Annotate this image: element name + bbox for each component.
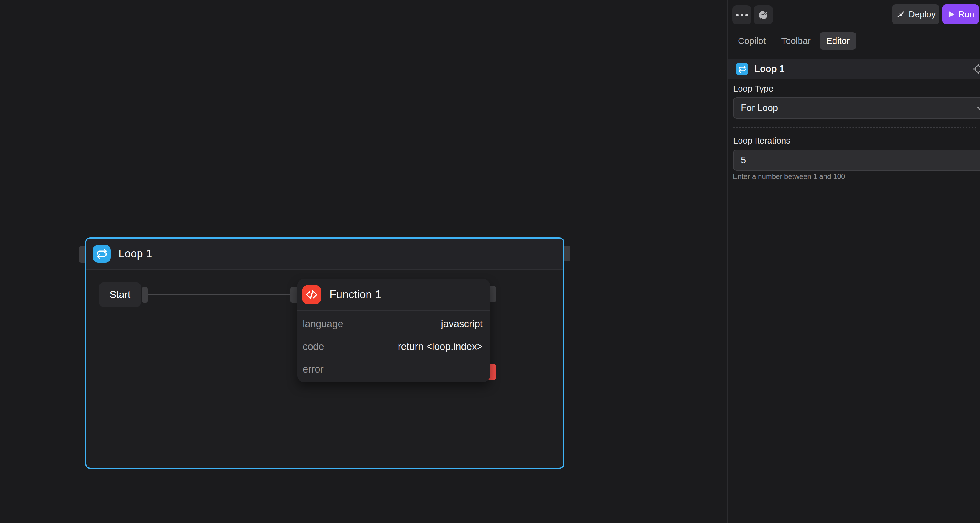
function-node-header[interactable]: Function 1 xyxy=(298,279,490,311)
section-separator xyxy=(733,127,977,128)
field-value: return <loop.index> xyxy=(398,341,483,352)
more-options-button[interactable] xyxy=(732,5,751,24)
inspector-panel: Deploy Run Copilot Toolbar Editor xyxy=(728,0,980,523)
app-window: Loop 1 Start Function 1 xyxy=(0,0,980,523)
edge-start-to-function[interactable] xyxy=(147,294,291,295)
ellipsis-icon xyxy=(736,14,738,16)
chevron-down-icon xyxy=(975,103,980,113)
deploy-label: Deploy xyxy=(908,10,935,19)
tab-copilot[interactable]: Copilot xyxy=(731,32,772,49)
field-key: language xyxy=(303,318,343,329)
field-row-language[interactable]: language javascript xyxy=(298,313,490,335)
field-key: code xyxy=(303,341,324,352)
loop-type-label: Loop Type xyxy=(733,84,773,94)
loop-node-title: Loop 1 xyxy=(119,248,152,260)
code-icon xyxy=(302,285,321,304)
flow-canvas[interactable]: Loop 1 Start Function 1 xyxy=(0,0,727,523)
panel-tabs: Copilot Toolbar Editor xyxy=(731,32,856,49)
field-row-error[interactable]: error xyxy=(298,358,490,381)
run-label: Run xyxy=(958,10,974,19)
run-button[interactable]: Run xyxy=(942,5,979,24)
tab-editor[interactable]: Editor xyxy=(820,32,856,49)
loop-iterations-input[interactable] xyxy=(733,149,980,171)
repeat-icon xyxy=(736,63,748,75)
start-node-label: Start xyxy=(110,289,130,300)
repeat-icon xyxy=(93,245,111,263)
loop-iterations-label: Loop Iterations xyxy=(733,136,791,146)
copilot-button[interactable] xyxy=(754,5,773,24)
rocket-icon xyxy=(896,10,905,19)
chameleon-icon xyxy=(757,9,769,21)
selected-node-title: Loop 1 xyxy=(754,64,785,74)
loop-type-value: For Loop xyxy=(741,103,778,113)
selected-node-header: Loop 1 xyxy=(728,59,980,79)
loop-type-select[interactable]: For Loop xyxy=(733,97,980,119)
loop-node-header[interactable]: Loop 1 xyxy=(86,238,563,270)
field-row-code[interactable]: code return <loop.index> xyxy=(298,335,490,358)
function-node-title: Function 1 xyxy=(329,288,381,301)
field-value: javascript xyxy=(441,318,483,329)
start-node[interactable]: Start xyxy=(99,282,142,307)
start-output-handle[interactable] xyxy=(142,287,148,303)
loop-iterations-helper: Enter a number between 1 and 100 xyxy=(733,172,845,181)
play-icon xyxy=(947,10,955,18)
function-node[interactable]: Function 1 language javascript code retu… xyxy=(298,279,490,382)
field-key: error xyxy=(303,364,324,375)
crosshair-icon[interactable] xyxy=(973,64,980,74)
tab-toolbar[interactable]: Toolbar xyxy=(775,32,817,49)
function-node-fields: language javascript code return <loop.in… xyxy=(298,312,490,381)
deploy-button[interactable]: Deploy xyxy=(892,5,939,24)
